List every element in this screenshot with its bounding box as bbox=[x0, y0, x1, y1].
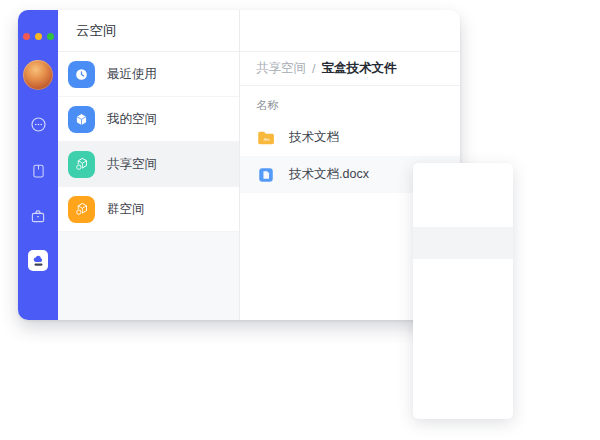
menu-item-move[interactable] bbox=[413, 291, 513, 323]
app-window: 云空间 最近使用 我的空间 bbox=[18, 10, 460, 320]
cloud-drive-icon[interactable] bbox=[28, 250, 48, 271]
sidebar-list: 最近使用 我的空间 共享空间 bbox=[58, 52, 239, 232]
cube-icon bbox=[68, 106, 95, 133]
avatar[interactable] bbox=[23, 60, 53, 90]
file-name: 技术文档 bbox=[289, 129, 339, 146]
cube-badge-icon bbox=[68, 196, 95, 223]
sidebar-item-group-space[interactable]: 群空间 bbox=[58, 187, 239, 232]
sidebar-item-my-space[interactable]: 我的空间 bbox=[58, 97, 239, 142]
sidebar-item-label: 最近使用 bbox=[107, 66, 157, 83]
zoom-button[interactable] bbox=[47, 33, 54, 40]
sidebar-filler bbox=[58, 232, 239, 320]
context-menu bbox=[413, 163, 513, 419]
sidebar-item-label: 群空间 bbox=[107, 201, 145, 218]
minimize-button[interactable] bbox=[35, 33, 42, 40]
nav-rail bbox=[18, 10, 58, 320]
notebook-icon[interactable] bbox=[18, 162, 58, 180]
sidebar-item-recent[interactable]: 最近使用 bbox=[58, 52, 239, 97]
screen: { "window": { "traffic_lights": ["close"… bbox=[0, 0, 600, 440]
breadcrumb-parent[interactable]: 共享空间 bbox=[256, 60, 306, 77]
app-title: 云空间 bbox=[58, 10, 239, 52]
column-header-name: 名称 bbox=[240, 86, 460, 119]
sidebar-item-label: 我的空间 bbox=[107, 111, 157, 128]
menu-item-rename[interactable] bbox=[413, 355, 513, 387]
traffic-lights bbox=[23, 33, 54, 40]
menu-item-forward[interactable] bbox=[413, 195, 513, 227]
sidebar-item-label: 共享空间 bbox=[107, 156, 157, 173]
file-name: 技术文档.docx bbox=[289, 166, 369, 183]
close-button[interactable] bbox=[23, 33, 30, 40]
chat-icon[interactable] bbox=[18, 115, 58, 134]
breadcrumb: 共享空间 / 宝盒技术文件 bbox=[240, 52, 460, 86]
doc-icon bbox=[257, 166, 275, 184]
menu-item-share-link[interactable] bbox=[413, 227, 513, 259]
menu-item-copy[interactable] bbox=[413, 259, 513, 291]
cube-badge-icon bbox=[68, 151, 95, 178]
sidebar-item-shared-space[interactable]: 共享空间 bbox=[58, 142, 239, 187]
breadcrumb-separator: / bbox=[312, 62, 315, 76]
briefcase-icon[interactable] bbox=[18, 207, 58, 225]
clock-icon bbox=[68, 61, 95, 88]
content-topbar bbox=[240, 10, 460, 52]
menu-item-delete[interactable] bbox=[413, 323, 513, 355]
file-row-folder[interactable]: 技术文档 bbox=[240, 119, 460, 156]
breadcrumb-current: 宝盒技术文件 bbox=[321, 60, 396, 77]
menu-item-preview[interactable] bbox=[413, 387, 513, 419]
menu-item-download[interactable] bbox=[413, 163, 513, 195]
sidebar: 云空间 最近使用 我的空间 bbox=[58, 10, 240, 320]
folder-icon bbox=[256, 129, 276, 147]
